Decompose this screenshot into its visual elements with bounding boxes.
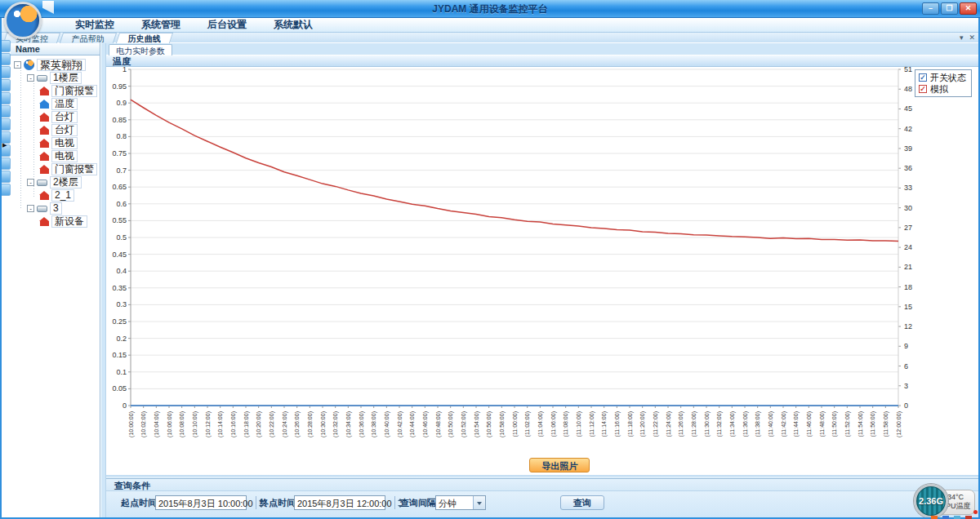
menu-item-3[interactable]: 后台设置: [207, 18, 247, 32]
svg-text:(10:30:00): (10:30:00): [320, 411, 327, 437]
tree-node-电视[interactable]: 电视: [11, 149, 100, 162]
tree-node-台灯[interactable]: 台灯: [11, 110, 100, 123]
main-body: ▶ Name -聚英翱翔-1楼层门窗报警温度台灯台灯电视电视门窗报警-2楼层2_…: [0, 43, 980, 519]
svg-text:(11:08:00): (11:08:00): [563, 411, 569, 437]
svg-text:0.3: 0.3: [116, 300, 127, 308]
svg-text:(11:10:00): (11:10:00): [576, 411, 582, 437]
tree-node-门窗报警[interactable]: 门窗报警: [11, 162, 100, 175]
house-red-icon: [40, 169, 49, 174]
tree-node-温度[interactable]: 温度: [11, 97, 100, 110]
svg-text:0.9: 0.9: [116, 99, 127, 107]
tree-node-label: 电视: [51, 137, 78, 149]
svg-text:51: 51: [904, 67, 912, 73]
svg-text:0.85: 0.85: [112, 116, 127, 124]
tree-expander-icon[interactable]: -: [27, 205, 34, 212]
svg-text:39: 39: [904, 144, 912, 153]
end-time-input[interactable]: 2015年8月3日 12:00:00: [294, 495, 385, 510]
svg-text:24: 24: [904, 243, 912, 251]
svg-text:(11:22:00): (11:22:00): [653, 411, 659, 437]
svg-text:(10:16:00): (10:16:00): [230, 411, 237, 437]
svg-text:36: 36: [904, 164, 912, 172]
tree-expander-icon[interactable]: -: [27, 74, 34, 82]
svg-text:(10:04:00): (10:04:00): [154, 411, 160, 437]
close-icon[interactable]: ✕: [969, 34, 975, 42]
svg-text:(10:22:00): (10:22:00): [269, 411, 275, 437]
tree-expander-icon[interactable]: -: [27, 179, 34, 186]
tree-node-label: 电视: [51, 150, 78, 162]
start-time-label: 起点时间: [121, 497, 157, 509]
tab-历史曲线[interactable]: 历史曲线: [116, 33, 173, 43]
tree-node-label: 门窗报警: [51, 85, 97, 97]
close-button[interactable]: ✕: [960, 2, 977, 15]
svg-text:(10:14:00): (10:14:00): [217, 411, 224, 437]
start-time-spinner[interactable]: [256, 496, 256, 509]
chevron-down-icon[interactable]: ▾: [960, 34, 964, 42]
svg-text:(11:34:00): (11:34:00): [729, 411, 736, 437]
tree-node-2_1[interactable]: 2_1: [11, 189, 100, 202]
export-image-button[interactable]: 导出照片: [529, 458, 590, 472]
svg-text:(10:02:00): (10:02:00): [140, 411, 147, 437]
end-time-spinner[interactable]: [394, 496, 395, 509]
svg-text:12: 12: [904, 322, 912, 330]
tree-header[interactable]: Name: [11, 43, 100, 55]
tree-node-2楼层[interactable]: -2楼层: [11, 175, 100, 189]
tree-node-台灯[interactable]: 台灯: [11, 123, 100, 136]
house-red-icon: [40, 143, 49, 148]
start-time-input[interactable]: 2015年8月3日 10:00:00: [155, 495, 247, 510]
svg-text:0.35: 0.35: [112, 284, 127, 292]
svg-text:6: 6: [904, 362, 908, 370]
house-red-icon: [40, 91, 49, 95]
svg-text:0.7: 0.7: [116, 166, 127, 175]
checkbox-icon[interactable]: ✓: [919, 85, 927, 93]
menu-item-1[interactable]: 实时监控: [75, 18, 114, 32]
svg-text:1: 1: [122, 67, 127, 73]
svg-text:(10:48:00): (10:48:00): [435, 411, 442, 437]
tree-expander-icon[interactable]: -: [14, 61, 21, 69]
svg-text:(10:08:00): (10:08:00): [179, 411, 185, 437]
svg-text:(11:30:00): (11:30:00): [704, 411, 710, 437]
tree-node-1楼层[interactable]: -1楼层: [11, 71, 100, 84]
menu-item-2[interactable]: 系统管理: [141, 18, 180, 32]
main-panel: 电力实时参数 温度 10.950.90.850.80.750.70.650.60…: [106, 43, 978, 519]
title-bar[interactable]: JYDAM 通用设备监控平台 –❐✕: [0, 0, 980, 18]
svg-text:33: 33: [904, 184, 912, 192]
interval-select[interactable]: 分钟: [435, 495, 486, 510]
legend-item-模拟: ✓模拟: [919, 83, 966, 95]
svg-text:3: 3: [904, 382, 908, 390]
svg-text:(11:26:00): (11:26:00): [678, 411, 684, 437]
tree-node-3[interactable]: -3: [11, 202, 100, 215]
checkbox-icon[interactable]: ✓: [919, 73, 927, 82]
tree-node-电视[interactable]: 电视: [11, 136, 100, 149]
interval-dropdown-icon[interactable]: [473, 496, 485, 509]
svg-text:(11:20:00): (11:20:00): [639, 411, 646, 437]
svg-text:0.05: 0.05: [112, 384, 127, 393]
query-button[interactable]: 查询: [560, 495, 604, 510]
svg-text:(10:24:00): (10:24:00): [282, 411, 288, 437]
svg-text:9: 9: [904, 342, 908, 350]
tree-node-label: 温度: [51, 98, 78, 110]
svg-text:(11:38:00): (11:38:00): [755, 411, 761, 437]
svg-text:(10:12:00): (10:12:00): [205, 411, 212, 437]
dock-expand-arrow-icon[interactable]: ▶: [2, 142, 7, 149]
menu-item-4[interactable]: 系统默认: [274, 18, 313, 32]
restore-button[interactable]: ❐: [941, 2, 958, 15]
svg-text:(10:40:00): (10:40:00): [384, 411, 390, 437]
svg-text:27: 27: [904, 224, 912, 232]
memory-value: 2.36G: [919, 496, 943, 506]
tree-node-新设备[interactable]: 新设备: [11, 215, 100, 228]
house-red-icon: [40, 156, 49, 161]
window-controls: –❐✕: [922, 2, 977, 15]
minimize-button[interactable]: –: [922, 2, 939, 15]
svg-text:(10:54:00): (10:54:00): [474, 411, 480, 437]
tree-node-聚英翱翔[interactable]: -聚英翱翔: [11, 58, 100, 71]
svg-text:0.8: 0.8: [116, 132, 127, 140]
svg-text:(11:50:00): (11:50:00): [831, 411, 838, 437]
tree-node-门窗报警[interactable]: 门窗报警: [11, 84, 100, 97]
svg-text:0.1: 0.1: [116, 368, 127, 376]
app-window: JYDAM 通用设备监控平台 –❐✕ 实时监控系统管理后台设置系统默认 实时监控…: [0, 0, 980, 519]
tab-power-realtime-params[interactable]: 电力实时参数: [109, 44, 172, 55]
tab-产品帮助[interactable]: 产品帮助: [60, 33, 117, 43]
svg-text:(10:28:00): (10:28:00): [307, 411, 314, 437]
menu-bar: 实时监控系统管理后台设置系统默认: [0, 18, 980, 33]
legend-label: 开关状态: [930, 72, 966, 84]
